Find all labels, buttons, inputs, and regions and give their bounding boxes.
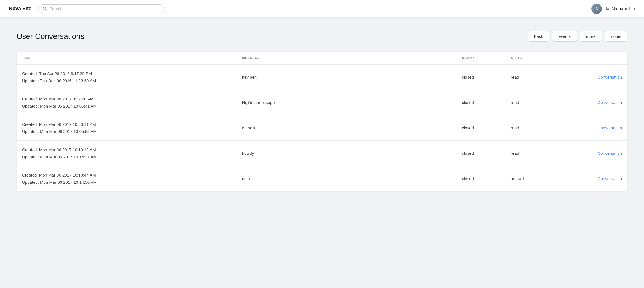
col-header-state: STATE: [505, 52, 554, 65]
chevron-down-icon: ▾: [634, 7, 635, 11]
created-time: Created: Mon Mar 06 2017 10:13:19 AM: [22, 146, 231, 153]
read-cell: closed: [457, 115, 505, 141]
state-cell: unread: [505, 166, 554, 191]
page-title: User Conversations: [17, 32, 84, 41]
action-cell: Conversation: [554, 141, 627, 166]
updated-time: Updated: Mon Mar 06 2017 10:05:41 AM: [22, 103, 231, 110]
conversation-link[interactable]: Conversation: [598, 176, 622, 181]
col-header-time: TIME: [17, 52, 237, 65]
table-row: Created: Mon Mar 06 2017 10:10:44 AM Upd…: [17, 166, 627, 191]
avatar: IN: [591, 4, 602, 14]
more-button[interactable]: more: [580, 31, 602, 42]
table-header-row: TIME MESSAGE READ? STATE: [17, 52, 627, 65]
message-cell: oh hello: [237, 115, 457, 141]
logo: Nova Site: [9, 6, 31, 12]
read-cell: closed: [457, 166, 505, 191]
search-icon: [43, 7, 47, 11]
updated-time: Updated: Mon Mar 06 2017 10:14:50 AM: [22, 179, 231, 186]
conversations-table: TIME MESSAGE READ? STATE Created: Thu Ap…: [17, 52, 627, 191]
time-cell: Created: Mon Mar 06 2017 10:10:44 AM Upd…: [17, 166, 237, 191]
table-row: Created: Mon Mar 06 2017 10:13:19 AM Upd…: [17, 141, 627, 166]
updated-time: Updated: Thu Dec 08 2016 11:23:50 AM: [22, 77, 231, 84]
conversation-link[interactable]: Conversation: [598, 151, 622, 156]
action-cell: Conversation: [554, 90, 627, 115]
events-button[interactable]: events: [552, 31, 577, 42]
time-cell: Created: Mon Mar 06 2017 10:03:11 AM Upd…: [17, 115, 237, 141]
time-cell: Created: Thu Apr 28 2016 3:17:29 PM Upda…: [17, 65, 237, 90]
action-cell: Conversation: [554, 166, 627, 191]
svg-line-1: [46, 9, 47, 10]
back-button[interactable]: Back: [528, 31, 549, 42]
created-time: Created: Mon Mar 06 2017 10:10:44 AM: [22, 172, 231, 179]
header: Nova Site IN Itai Nathaniel ▾: [0, 0, 644, 18]
read-cell: closed: [457, 90, 505, 115]
time-cell: Created: Mon Mar 06 2017 9:22:20 AM Upda…: [17, 90, 237, 115]
table-row: Created: Thu Apr 28 2016 3:17:29 PM Upda…: [17, 65, 627, 90]
created-time: Created: Thu Apr 28 2016 3:17:29 PM: [22, 70, 231, 77]
state-cell: read: [505, 65, 554, 90]
conversation-link[interactable]: Conversation: [598, 126, 622, 130]
notes-button[interactable]: notes: [605, 31, 627, 42]
read-cell: closed: [457, 65, 505, 90]
main-content: User Conversations Back events more note…: [0, 18, 644, 202]
table-row: Created: Mon Mar 06 2017 9:22:20 AM Upda…: [17, 90, 627, 115]
action-cell: Conversation: [554, 115, 627, 141]
user-name-label: Itai Nathaniel: [605, 6, 630, 11]
table-row: Created: Mon Mar 06 2017 10:03:11 AM Upd…: [17, 115, 627, 141]
user-menu[interactable]: IN Itai Nathaniel ▾: [591, 4, 635, 14]
col-header-read: READ?: [457, 52, 505, 65]
search-bar[interactable]: [38, 4, 165, 13]
page-header: User Conversations Back events more note…: [17, 31, 627, 42]
created-time: Created: Mon Mar 06 2017 9:22:20 AM: [22, 95, 231, 103]
message-cell: Hi, i'm a message: [237, 90, 457, 115]
message-cell: no ref: [237, 166, 457, 191]
state-cell: read: [505, 141, 554, 166]
created-time: Created: Mon Mar 06 2017 10:03:11 AM: [22, 121, 231, 128]
col-header-action: [554, 52, 627, 65]
time-cell: Created: Mon Mar 06 2017 10:13:19 AM Upd…: [17, 141, 237, 166]
message-cell: howdy: [237, 141, 457, 166]
state-cell: read: [505, 115, 554, 141]
action-cell: Conversation: [554, 65, 627, 90]
col-header-message: MESSAGE: [237, 52, 457, 65]
page-actions: Back events more notes: [528, 31, 627, 42]
conversation-link[interactable]: Conversation: [598, 75, 622, 79]
message-cell: hey ben: [237, 65, 457, 90]
read-cell: closed: [457, 141, 505, 166]
updated-time: Updated: Mon Mar 06 2017 10:05:55 AM: [22, 128, 231, 135]
state-cell: read: [505, 90, 554, 115]
updated-time: Updated: Mon Mar 06 2017 10:14:27 AM: [22, 153, 231, 161]
conversation-link[interactable]: Conversation: [598, 100, 622, 105]
search-input[interactable]: [49, 6, 160, 11]
